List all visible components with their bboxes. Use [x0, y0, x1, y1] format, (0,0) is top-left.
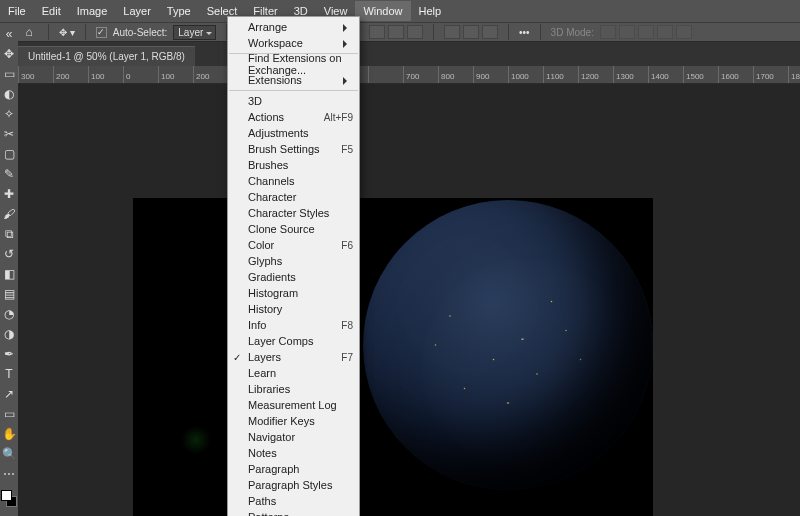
menu-item-libraries[interactable]: Libraries [228, 381, 359, 397]
3d-zoom-icon[interactable] [676, 25, 692, 39]
pen-tool[interactable]: ✒ [0, 344, 18, 364]
menu-item-find-extensions-on-exchange-[interactable]: Find Extensions on Exchange... [228, 56, 359, 72]
history-brush-tool[interactable]: ↺ [0, 244, 18, 264]
menu-item-navigator[interactable]: Navigator [228, 429, 359, 445]
menu-type[interactable]: Type [159, 1, 199, 21]
3d-pan-icon[interactable] [638, 25, 654, 39]
align-middle-icon[interactable] [463, 25, 479, 39]
menu-item-paragraph[interactable]: Paragraph [228, 461, 359, 477]
more-align-icon[interactable]: ••• [519, 27, 530, 38]
eraser-tool[interactable]: ◧ [0, 264, 18, 284]
document-tab[interactable]: Untitled-1 @ 50% (Layer 1, RGB/8) [18, 46, 195, 66]
type-tool[interactable]: T [0, 364, 18, 384]
menu-item-label: Arrange [248, 21, 287, 33]
menu-window[interactable]: Window [355, 1, 410, 21]
dodge-tool[interactable]: ◑ [0, 324, 18, 344]
ruler-tick: 200 [53, 66, 88, 83]
ruler-tick [368, 66, 403, 83]
menu-item-paths[interactable]: Paths [228, 493, 359, 509]
menu-item-brushes[interactable]: Brushes [228, 157, 359, 173]
align-left-icon[interactable] [369, 25, 385, 39]
3d-orbit-icon[interactable] [600, 25, 616, 39]
menu-item-histogram[interactable]: Histogram [228, 285, 359, 301]
menu-item-brush-settings[interactable]: Brush SettingsF5 [228, 141, 359, 157]
lasso-tool[interactable]: ◐ [0, 84, 18, 104]
move-tool-icon[interactable]: ✥ ▾ [59, 27, 75, 38]
auto-select-target[interactable]: Layer [173, 25, 216, 40]
frame-tool[interactable]: ▢ [0, 144, 18, 164]
menu-help[interactable]: Help [411, 1, 450, 21]
menu-item-paragraph-styles[interactable]: Paragraph Styles [228, 477, 359, 493]
brush-tool[interactable]: 🖌 [0, 204, 18, 224]
menu-item-layers[interactable]: ✓LayersF7 [228, 349, 359, 365]
stamp-tool[interactable]: ⧉ [0, 224, 18, 244]
menu-item-label: Modifier Keys [248, 415, 315, 427]
menu-item-label: Histogram [248, 287, 298, 299]
menu-item-notes[interactable]: Notes [228, 445, 359, 461]
wand-tool[interactable]: ✧ [0, 104, 18, 124]
menu-item-learn[interactable]: Learn [228, 365, 359, 381]
edit-toolbar-tool[interactable]: ⋯ [0, 464, 18, 484]
menu-item-modifier-keys[interactable]: Modifier Keys [228, 413, 359, 429]
menu-edit[interactable]: Edit [34, 1, 69, 21]
check-icon: ✓ [233, 352, 241, 363]
document-canvas[interactable] [133, 198, 653, 516]
home-icon[interactable]: ⌂ [20, 22, 38, 42]
heal-tool[interactable]: ✚ [0, 184, 18, 204]
ruler-tick: 1400 [648, 66, 683, 83]
ruler-tick: 800 [438, 66, 473, 83]
3d-slide-icon[interactable] [657, 25, 673, 39]
menu-item-character-styles[interactable]: Character Styles [228, 205, 359, 221]
gradient-tool[interactable]: ▤ [0, 284, 18, 304]
menu-item-extensions[interactable]: Extensions [228, 72, 359, 88]
shape-tool[interactable]: ▭ [0, 404, 18, 424]
menu-item-measurement-log[interactable]: Measurement Log [228, 397, 359, 413]
3d-roll-icon[interactable] [619, 25, 635, 39]
menu-layer[interactable]: Layer [115, 1, 159, 21]
menu-item-label: Color [248, 239, 274, 251]
move-tool[interactable]: ✥ [0, 44, 18, 64]
menu-item-glyphs[interactable]: Glyphs [228, 253, 359, 269]
blur-tool[interactable]: ◔ [0, 304, 18, 324]
menu-item-label: Patterns [248, 511, 289, 516]
menu-item-adjustments[interactable]: Adjustments [228, 125, 359, 141]
crop-tool[interactable]: ✂ [0, 124, 18, 144]
marquee-tool[interactable]: ▭ [0, 64, 18, 84]
color-swatches[interactable] [0, 490, 18, 514]
align-center-icon[interactable] [388, 25, 404, 39]
zoom-tool[interactable]: 🔍 [0, 444, 18, 464]
align-top-icon[interactable] [444, 25, 460, 39]
menu-item-3d[interactable]: 3D [228, 93, 359, 109]
foreground-swatch[interactable] [1, 490, 12, 501]
menu-item-label: Notes [248, 447, 277, 459]
menu-item-label: Measurement Log [248, 399, 337, 411]
auto-select-checkbox[interactable]: ✓ [96, 27, 107, 38]
menu-item-layer-comps[interactable]: Layer Comps [228, 333, 359, 349]
menu-file[interactable]: File [0, 1, 34, 21]
ruler-tick: 1000 [508, 66, 543, 83]
menu-item-workspace[interactable]: Workspace [228, 35, 359, 51]
ruler-tick: 1800 [788, 66, 800, 83]
path-tool[interactable]: ↗ [0, 384, 18, 404]
tool-panel: «✥▭◐✧✂▢✎✚🖌⧉↺◧▤◔◑✒T↗▭✋🔍⋯◩▭ [0, 24, 18, 516]
menu-item-character[interactable]: Character [228, 189, 359, 205]
collapse-tools-icon[interactable]: « [0, 24, 18, 44]
align-bottom-icon[interactable] [482, 25, 498, 39]
align-right-icon[interactable] [407, 25, 423, 39]
menu-item-channels[interactable]: Channels [228, 173, 359, 189]
menu-image[interactable]: Image [69, 1, 116, 21]
menu-item-actions[interactable]: ActionsAlt+F9 [228, 109, 359, 125]
hand-tool[interactable]: ✋ [0, 424, 18, 444]
ruler-tick: 900 [473, 66, 508, 83]
eyedrop-tool[interactable]: ✎ [0, 164, 18, 184]
menu-item-label: History [248, 303, 282, 315]
menu-item-gradients[interactable]: Gradients [228, 269, 359, 285]
menu-item-history[interactable]: History [228, 301, 359, 317]
menu-item-info[interactable]: InfoF8 [228, 317, 359, 333]
menu-item-label: 3D [248, 95, 262, 107]
menu-item-color[interactable]: ColorF6 [228, 237, 359, 253]
menu-item-clone-source[interactable]: Clone Source [228, 221, 359, 237]
menu-item-label: Paths [248, 495, 276, 507]
menu-item-arrange[interactable]: Arrange [228, 19, 359, 35]
menu-item-patterns[interactable]: Patterns [228, 509, 359, 516]
